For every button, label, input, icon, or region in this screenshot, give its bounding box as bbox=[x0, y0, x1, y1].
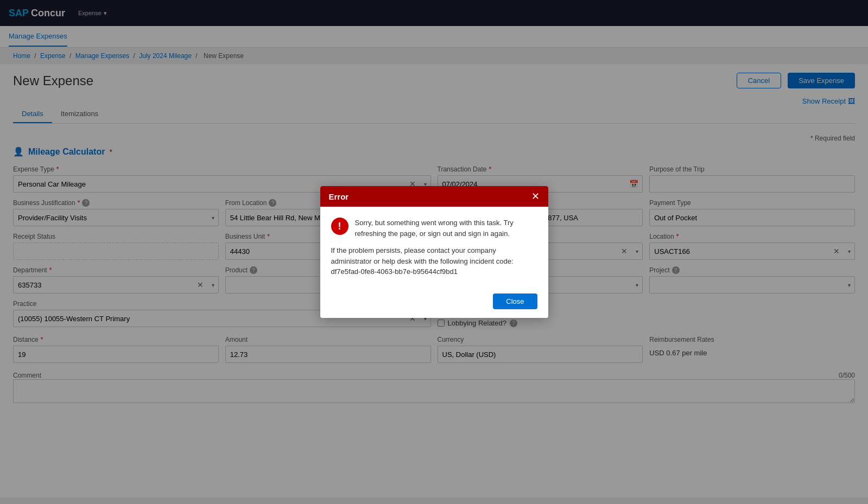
modal-error-row: ! Sorry, but something went wrong with t… bbox=[331, 218, 537, 239]
modal-header: Error ✕ bbox=[320, 186, 548, 207]
modal-detail: If the problem persists, please contact … bbox=[331, 245, 537, 277]
modal-footer: Close bbox=[320, 288, 548, 318]
incident-code: df7e5fad-0fe8-4063-bb7e-b95644cf9bd1 bbox=[331, 267, 458, 276]
modal-overlay[interactable]: Error ✕ ! Sorry, but something went wron… bbox=[0, 0, 868, 497]
error-modal: Error ✕ ! Sorry, but something went wron… bbox=[320, 186, 548, 318]
modal-detail-prefix: If the problem persists, please contact … bbox=[331, 246, 514, 265]
error-icon: ! bbox=[331, 218, 349, 235]
modal-message: Sorry, but something went wrong with thi… bbox=[355, 218, 537, 239]
modal-close-button[interactable]: Close bbox=[493, 294, 537, 309]
modal-close-x-button[interactable]: ✕ bbox=[531, 192, 540, 201]
modal-title: Error bbox=[329, 192, 349, 201]
modal-body: ! Sorry, but something went wrong with t… bbox=[320, 207, 548, 288]
